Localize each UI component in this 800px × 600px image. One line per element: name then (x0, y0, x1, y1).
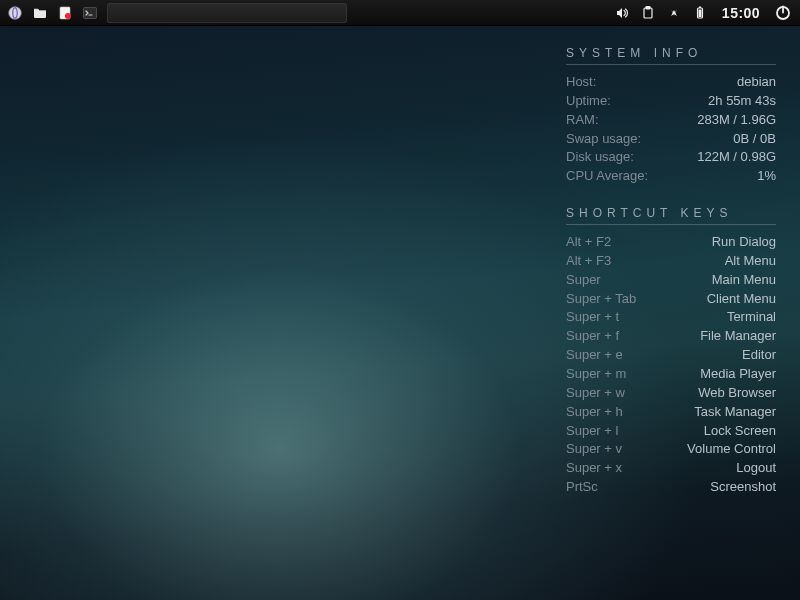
file-manager-icon[interactable] (29, 3, 51, 23)
desktop-info-overlay: SYSTEM INFO Host:debianUptime:2h 55m 43s… (566, 46, 776, 497)
system-info-label: Host: (566, 73, 596, 92)
shortcut-row: Alt + F3Alt Menu (566, 252, 776, 271)
system-info-value: 283M / 1.96G (697, 111, 776, 130)
system-info-row: CPU Average:1% (566, 167, 776, 186)
shortcut-action: Web Browser (698, 384, 776, 403)
shortcut-action: Logout (736, 459, 776, 478)
system-info-value: debian (737, 73, 776, 92)
shortcut-key: Super + t (566, 308, 619, 327)
system-info-value: 122M / 0.98G (697, 148, 776, 167)
svg-rect-5 (84, 7, 97, 18)
shortcut-action: Terminal (727, 308, 776, 327)
system-info-row: Swap usage:0B / 0B (566, 130, 776, 149)
power-icon[interactable] (774, 3, 792, 23)
system-info-label: Uptime: (566, 92, 611, 111)
shortcut-row: Super + wWeb Browser (566, 384, 776, 403)
shortcuts-heading: SHORTCUT KEYS (566, 206, 776, 225)
shortcut-row: Super + eEditor (566, 346, 776, 365)
shortcut-row: Alt + F2Run Dialog (566, 233, 776, 252)
shortcut-row: Super + mMedia Player (566, 365, 776, 384)
shortcut-key: Super + m (566, 365, 626, 384)
shortcut-action: Task Manager (694, 403, 776, 422)
svg-rect-7 (646, 6, 650, 9)
shortcut-key: Super + f (566, 327, 619, 346)
top-panel: 15:00 (0, 0, 800, 26)
shortcut-action: Alt Menu (725, 252, 776, 271)
shortcut-key: Super + e (566, 346, 623, 365)
shortcut-key: Super (566, 271, 601, 290)
system-info-value: 2h 55m 43s (708, 92, 776, 111)
shortcut-action: Volume Control (687, 440, 776, 459)
shortcut-row: Super + TabClient Menu (566, 290, 776, 309)
shortcut-action: Media Player (700, 365, 776, 384)
system-info-heading: SYSTEM INFO (566, 46, 776, 65)
shortcut-action: Run Dialog (712, 233, 776, 252)
shortcut-key: PrtSc (566, 478, 598, 497)
clock[interactable]: 15:00 (718, 3, 764, 23)
system-info-row: Uptime:2h 55m 43s (566, 92, 776, 111)
shortcut-key: Alt + F2 (566, 233, 611, 252)
system-info-row: Host:debian (566, 73, 776, 92)
shortcut-action: Lock Screen (704, 422, 776, 441)
shortcut-action: Editor (742, 346, 776, 365)
system-info-value: 0B / 0B (733, 130, 776, 149)
shortcut-row: Super + xLogout (566, 459, 776, 478)
shortcut-key: Super + w (566, 384, 625, 403)
shortcut-action: Screenshot (710, 478, 776, 497)
svg-point-4 (65, 13, 71, 19)
shortcut-row: SuperMain Menu (566, 271, 776, 290)
shortcut-key: Alt + F3 (566, 252, 611, 271)
shortcut-key: Super + x (566, 459, 622, 478)
svg-rect-9 (699, 6, 701, 8)
shortcut-key: Super + Tab (566, 290, 636, 309)
system-info-row: RAM:283M / 1.96G (566, 111, 776, 130)
shortcut-key: Super + v (566, 440, 622, 459)
taskbar-window-slot[interactable] (107, 3, 347, 23)
shortcut-row: Super + fFile Manager (566, 327, 776, 346)
network-icon[interactable] (666, 3, 682, 23)
shortcut-action: Client Menu (707, 290, 776, 309)
system-info-label: Swap usage: (566, 130, 641, 149)
shortcut-row: Super + vVolume Control (566, 440, 776, 459)
terminal-icon[interactable] (79, 3, 101, 23)
app-menu-icon[interactable] (4, 3, 26, 23)
battery-icon[interactable] (692, 3, 708, 23)
system-info-value: 1% (757, 167, 776, 186)
shortcut-action: File Manager (700, 327, 776, 346)
shortcut-row: PrtScScreenshot (566, 478, 776, 497)
shortcut-row: Super + hTask Manager (566, 403, 776, 422)
system-info-label: Disk usage: (566, 148, 634, 167)
launcher-tray (4, 3, 101, 23)
clipboard-icon[interactable] (640, 3, 656, 23)
shortcut-key: Super + l (566, 422, 618, 441)
shortcut-key: Super + h (566, 403, 623, 422)
volume-icon[interactable] (614, 3, 630, 23)
shortcut-action: Main Menu (712, 271, 776, 290)
editor-icon[interactable] (54, 3, 76, 23)
system-tray: 15:00 (614, 3, 796, 23)
system-info-label: RAM: (566, 111, 599, 130)
system-info-label: CPU Average: (566, 167, 648, 186)
shortcut-row: Super + tTerminal (566, 308, 776, 327)
system-info-row: Disk usage:122M / 0.98G (566, 148, 776, 167)
shortcut-row: Super + lLock Screen (566, 422, 776, 441)
svg-rect-10 (699, 9, 702, 17)
